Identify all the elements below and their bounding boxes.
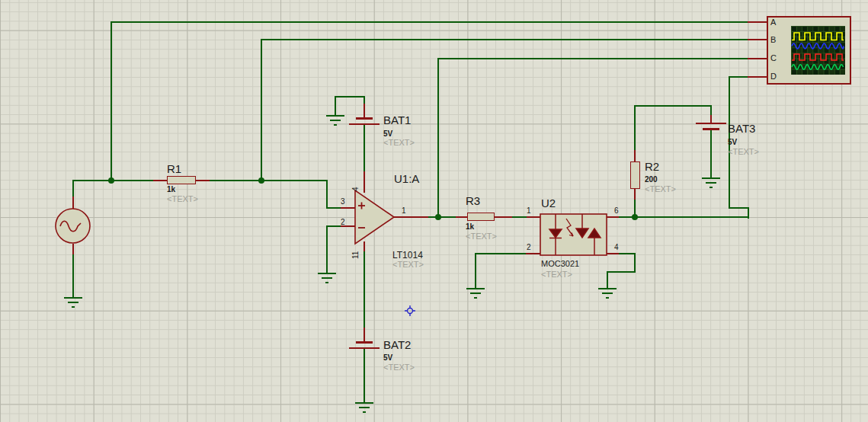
wire-scope-b[interactable] xyxy=(261,39,748,40)
wire-u2-pin4-v[interactable] xyxy=(634,253,636,273)
opamp-pin3-number: 3 xyxy=(341,197,345,206)
wire-pin11-to-bat2[interactable] xyxy=(364,251,365,328)
bat1-plate-long[interactable] xyxy=(349,123,380,125)
sine-source-symbol[interactable] xyxy=(54,207,92,245)
stub-r1-right xyxy=(196,180,210,181)
resistor-r3-body[interactable] xyxy=(467,213,495,221)
wire-scope-a[interactable] xyxy=(111,21,748,23)
wire-scope-a-vertical[interactable] xyxy=(111,21,112,181)
wire-scope-c[interactable] xyxy=(438,58,748,59)
stub-scope-d xyxy=(748,76,767,78)
opamp-pin2-number: 2 xyxy=(341,218,345,226)
wire-pin2-ground[interactable] xyxy=(326,225,328,273)
r2-value-label: 200 xyxy=(645,175,658,184)
wire-r2-bat3-top[interactable] xyxy=(635,105,711,107)
bat3-ref-label: BAT3 xyxy=(728,122,755,135)
wire-u2-out[interactable] xyxy=(636,216,749,218)
wire-source-bottom[interactable] xyxy=(72,254,74,297)
bat3-text-placeholder: <TEXT> xyxy=(728,147,759,156)
u2-part-label: MOC3021 xyxy=(541,259,579,268)
wire-r3-left[interactable] xyxy=(439,216,456,218)
wire-scope-b-vertical[interactable] xyxy=(261,39,262,181)
oscilloscope-body[interactable] xyxy=(767,16,851,85)
origin-marker-icon xyxy=(404,305,416,317)
u2-pin2-number: 2 xyxy=(527,243,531,251)
u2-pin4-number: 4 xyxy=(614,243,619,251)
opamp-pin4-number: 4 xyxy=(351,187,360,191)
ground-symbol[interactable] xyxy=(598,288,617,299)
junction-dot xyxy=(258,177,264,184)
ground-symbol[interactable] xyxy=(702,177,720,189)
wire-pin3[interactable] xyxy=(326,207,341,209)
ground-symbol[interactable] xyxy=(355,402,373,414)
bat1-value-label: 5V xyxy=(383,129,392,138)
u2-pin6-number: 6 xyxy=(614,206,619,215)
ground-symbol[interactable] xyxy=(326,115,344,126)
wire-to-pin3-vertical[interactable] xyxy=(326,180,328,209)
wire-bat2-ground[interactable] xyxy=(364,349,365,402)
stub-bat1-top xyxy=(364,104,365,118)
wire-scope-c-vertical[interactable] xyxy=(437,58,439,218)
wire-jog-top[interactable] xyxy=(729,207,749,209)
wire-bat1-to-pin4[interactable] xyxy=(364,125,365,171)
resistor-r2-body[interactable] xyxy=(630,161,640,189)
stub-r2-top xyxy=(634,150,636,161)
junction-dot xyxy=(108,177,114,184)
ground-symbol[interactable] xyxy=(318,273,336,284)
optocoupler-symbol[interactable] xyxy=(539,213,609,257)
wire-scope-d[interactable] xyxy=(729,76,748,78)
r1-ref-label: R1 xyxy=(167,162,181,175)
bat1-text-placeholder: <TEXT> xyxy=(383,138,415,147)
wire-bat3-ground[interactable] xyxy=(710,129,712,177)
opamp-symbol[interactable] xyxy=(351,184,398,248)
wire-u2-pin4-v2[interactable] xyxy=(607,271,608,288)
stub-r1-left xyxy=(153,180,167,181)
r3-text-placeholder: <TEXT> xyxy=(466,232,497,241)
stub-r3-left xyxy=(456,216,467,218)
wire-bat1-gnd-h[interactable] xyxy=(335,96,365,98)
resistor-r1-body[interactable] xyxy=(167,176,196,184)
opamp-ref-label: U1:A xyxy=(394,172,419,185)
schematic-canvas[interactable]: A B C D R1 1k <TEXT> R3 1k <TEXT> R2 200… xyxy=(0,0,868,422)
opamp-pin11-number: 11 xyxy=(351,251,360,259)
oscilloscope-screen xyxy=(791,26,845,75)
ground-symbol[interactable] xyxy=(466,288,485,299)
wire-main-right[interactable] xyxy=(210,180,327,181)
scope-channel-b-label: B xyxy=(770,35,776,44)
r3-ref-label: R3 xyxy=(466,194,480,207)
wire-u2-pin2-v[interactable] xyxy=(475,253,476,288)
bat2-plate-long[interactable] xyxy=(349,347,380,349)
u2-ref-label: U2 xyxy=(541,197,556,209)
stub-opamp-out xyxy=(393,216,428,218)
wire-pin2[interactable] xyxy=(326,225,341,227)
stub-bat2-top xyxy=(364,328,365,342)
bat2-text-placeholder: <TEXT> xyxy=(383,363,415,372)
opamp-text-placeholder: <TEXT> xyxy=(392,260,424,269)
wire-bat3-top[interactable] xyxy=(710,105,712,115)
bat1-plate-short[interactable] xyxy=(356,117,373,120)
bat3-plate-short[interactable] xyxy=(703,128,719,130)
stub-scope-b xyxy=(748,39,767,40)
u2-pin1-number: 1 xyxy=(527,206,531,215)
trace-channel-d xyxy=(792,65,844,70)
wire-u2-pin4-h2[interactable] xyxy=(607,271,636,273)
r2-ref-label: R2 xyxy=(645,160,659,173)
bat3-plate-long[interactable] xyxy=(696,123,726,124)
wire-r2-top-v[interactable] xyxy=(634,105,636,150)
stub-r3-right xyxy=(495,216,512,218)
wire-u2-pin2-h[interactable] xyxy=(476,253,526,254)
ground-symbol[interactable] xyxy=(64,297,82,309)
junction-dot xyxy=(632,214,638,220)
bat2-plate-short[interactable] xyxy=(356,341,373,344)
wire-bat1-gnd-v[interactable] xyxy=(335,97,336,115)
wire-bat1-top[interactable] xyxy=(364,96,365,104)
wire-u2-pin4-h[interactable] xyxy=(619,253,635,254)
opamp-part-label: LT1014 xyxy=(392,250,423,261)
r1-value-label: 1k xyxy=(167,185,175,193)
r3-value-label: 1k xyxy=(466,222,474,231)
stub-r2-bottom xyxy=(634,189,636,200)
scope-channel-a-label: A xyxy=(770,18,776,27)
wire-source-top[interactable] xyxy=(72,180,74,197)
wire-r3-right[interactable] xyxy=(512,216,527,218)
bat2-ref-label: BAT2 xyxy=(383,338,411,351)
